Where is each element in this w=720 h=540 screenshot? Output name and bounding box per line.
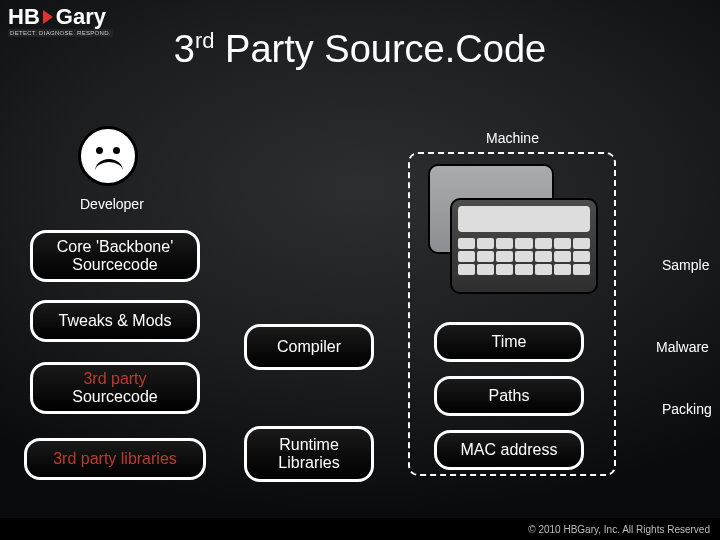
third-party-l1: 3rd party [72,370,157,388]
third-party-libs-box: 3rd party libraries [24,438,206,480]
sample-label: Sample [662,257,709,273]
runtime-l2: Libraries [278,454,339,472]
third-party-l2: Sourcecode [72,388,157,406]
title-pre: 3 [174,28,195,70]
time-box: Time [434,322,584,362]
core-backbone-l2: Sourcecode [57,256,173,274]
paths-label: Paths [489,387,530,405]
page-title: 3rd Party Source.Code [0,28,720,71]
logo-hb-text: HB [8,6,40,28]
time-label: Time [492,333,527,351]
third-party-source-box: 3rd party Sourcecode [30,362,200,414]
title-sup: rd [195,28,215,53]
logo-triangle-icon [43,10,53,24]
developer-face-icon [78,126,138,186]
core-backbone-l1: Core 'Backbone' [57,238,173,256]
runtime-l1: Runtime [278,436,339,454]
developer-label: Developer [80,196,144,212]
machine-label: Machine [486,130,539,146]
title-post: Party Source.Code [215,28,547,70]
compiler-box: Compiler [244,324,374,370]
mac-box: MAC address [434,430,584,470]
device-front-icon [450,198,598,294]
tweaks-label: Tweaks & Mods [59,312,172,330]
mac-label: MAC address [461,441,558,459]
logo-gary-text: Gary [56,6,106,28]
core-backbone-box: Core 'Backbone' Sourcecode [30,230,200,282]
compiler-label: Compiler [277,338,341,356]
malware-label: Malware [656,339,709,355]
packing-label: Packing [662,401,712,417]
footer-bar: © 2010 HBGary, Inc. All Rights Reserved [0,518,720,540]
logo-main: HB Gary [8,6,106,28]
paths-box: Paths [434,376,584,416]
copyright-text: © 2010 HBGary, Inc. All Rights Reserved [528,524,710,535]
third-party-libs-label: 3rd party libraries [53,450,177,468]
tweaks-box: Tweaks & Mods [30,300,200,342]
runtime-libs-box: Runtime Libraries [244,426,374,482]
